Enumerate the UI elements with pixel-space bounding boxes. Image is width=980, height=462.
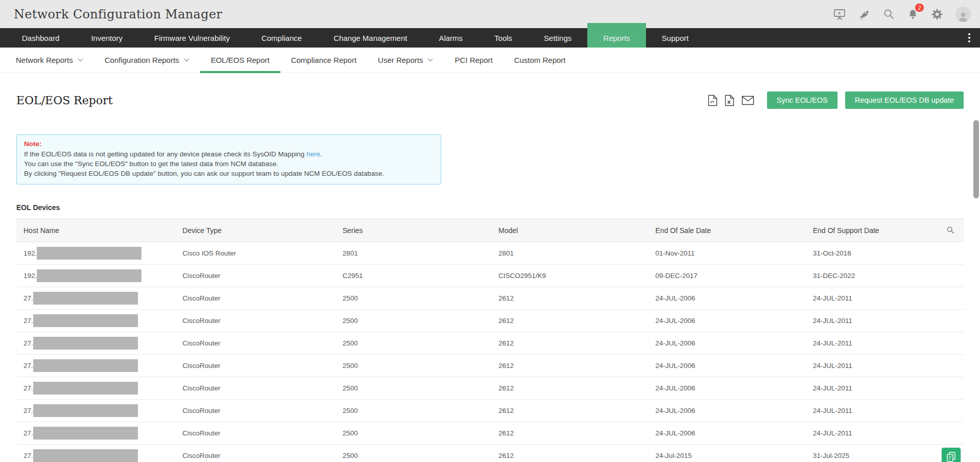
search-icon[interactable] [883,8,895,20]
table-row[interactable]: 27. CiscoRouter 2500 2612 24-JUL-2006 24… [16,377,964,400]
table-row[interactable]: 27. CiscoRouter 2500 2612 24-JUL-2006 24… [16,310,964,332]
model-cell: 2612 [491,377,648,400]
kebab-menu-icon[interactable] [967,32,972,44]
subnav-tab[interactable]: Configuration Reports [94,48,200,73]
bell-icon[interactable]: 2 [907,8,919,20]
excel-export-icon[interactable] [725,95,734,106]
redacted-host-name [33,337,138,350]
nav-tab[interactable]: Firmware Vulnerability [138,28,246,48]
subnav-tab[interactable]: PCI Report [444,48,503,73]
redacted-host-name [33,427,138,440]
table-search-icon[interactable] [946,226,954,234]
table-row[interactable]: 27. CiscoRouter 2500 2612 24-JUL-2006 24… [16,332,964,355]
subnav-tab[interactable]: User Reports [367,48,444,73]
table-row[interactable]: 27. CiscoRouter 2500 2612 24-JUL-2006 24… [16,400,964,422]
nav-tab-label: Support [662,34,689,42]
header-icons: 2 [833,7,971,22]
note-line-1: If the EOL/EOS data is not getting updat… [24,149,434,159]
device-type-cell: CiscoRouter [175,422,335,445]
nav-tab[interactable]: Alarms [423,28,479,48]
end-of-sale-cell: 24-JUL-2006 [648,310,805,332]
avatar[interactable] [955,7,971,22]
nav-tab[interactable]: Inventory [75,28,138,48]
end-of-support-cell: 24-JUL-2011 [806,355,940,377]
host-name-cell: 27. [16,422,175,445]
nav-tab[interactable]: Dashboard [6,28,75,48]
nav-tab-label: Compliance [261,34,302,42]
device-type-cell: CiscoRouter [175,310,335,332]
model-cell: 2612 [491,422,648,445]
nav-tab[interactable]: Change Management [318,28,423,48]
series-cell: 2500 [336,355,491,377]
column-end-of-sale-date: End Of Sale Date [648,219,805,242]
model-cell: 2801 [491,242,648,265]
end-of-sale-cell: 24-JUL-2006 [648,400,805,422]
page-actions: Sync EOL/EOS Request EOL/EOS DB update [708,91,964,109]
subnav-tab[interactable]: Compliance Report [280,48,367,73]
chevron-down-icon [427,58,433,62]
nav-tab-label: Alarms [439,34,463,42]
page-content: EOL/EOS Report [0,91,980,462]
model-cell: 2612 [491,310,648,332]
host-name-cell: 27. [16,287,175,310]
redacted-host-name [33,359,138,372]
model-cell: 2612 [491,355,648,377]
presentation-icon[interactable] [833,8,846,20]
table-row[interactable]: 27. CiscoRouter 2500 2612 24-JUL-2006 24… [16,422,964,445]
rocket-icon[interactable] [858,8,871,20]
nav-tab-label: Inventory [91,34,123,42]
chevron-down-icon [184,58,189,62]
series-cell: 2500 [336,310,491,332]
table-row[interactable]: 192. Cisco IOS Router 2801 2801 01-Nov-2… [16,242,964,265]
model-cell: 2612 [491,400,648,422]
column-series: Series [336,219,491,242]
series-cell: 2500 [336,445,491,462]
vertical-scrollbar-thumb[interactable] [973,120,979,198]
table-row[interactable]: 27. CiscoRouter 2500 2612 24-JUL-2006 24… [16,355,964,377]
nav-tab-label: Tools [494,34,512,42]
host-name-cell: 27. [16,400,175,422]
end-of-support-cell: 24-JUL-2011 [806,287,940,310]
page-title: EOL/EOS Report [16,94,113,107]
email-icon[interactable] [742,96,754,105]
table-header-row: Host Name Device Type Series Model End O… [16,219,964,242]
gear-icon[interactable] [931,8,943,20]
subnav-tab[interactable]: Custom Report [504,48,577,73]
sync-eol-eos-button[interactable]: Sync EOL/EOS [767,91,838,109]
pdf-export-icon[interactable] [708,95,718,106]
subnav-tab[interactable]: Network Reports [5,48,94,73]
table-row[interactable]: 27. CiscoRouter 2500 2612 24-Jul-2015 31… [16,445,964,462]
device-type-cell: CiscoRouter [175,377,335,400]
model-cell: 2612 [491,445,648,462]
subnav-tab-label: User Reports [378,56,423,64]
nav-tab[interactable]: Reports [587,23,646,48]
column-model: Model [491,219,648,242]
end-of-support-cell: 24-JUL-2011 [806,422,940,445]
nav-tab-label: Reports [603,34,630,42]
end-of-support-cell: 24-JUL-2011 [806,400,940,422]
end-of-sale-cell: 24-JUL-2006 [648,355,805,377]
nav-tab-label: Firmware Vulnerability [154,34,230,42]
host-name-cell: 27. [16,355,175,377]
note-line-3: By clicking "Request EOL/EOS DB update" … [24,169,434,178]
subnav-tab[interactable]: EOL/EOS Report [200,48,280,73]
end-of-support-cell: 24-JUL-2011 [806,332,940,355]
nav-tab[interactable]: Tools [479,28,528,48]
support-chat-widget[interactable] [942,448,961,462]
table-row[interactable]: 27. CiscoRouter 2500 2612 24-JUL-2006 24… [16,287,964,310]
nav-tab[interactable]: Support [646,28,705,48]
table-row[interactable]: 192. CiscoRouter C2951 CISCO2951/K9 09-D… [16,265,964,287]
nav-tab[interactable]: Compliance [246,28,318,48]
request-eol-eos-db-update-button[interactable]: Request EOL/EOS DB update [845,91,964,109]
chevron-down-icon [78,58,83,62]
end-of-sale-cell: 24-JUL-2006 [648,377,805,400]
eol-devices-heading: EOL Devices [16,203,964,212]
nav-tab[interactable]: Settings [528,28,587,48]
table-search-cell [940,219,964,242]
app-header: Network Configuration Manager [0,0,980,28]
sysoid-mapping-here-link[interactable]: here [306,150,320,158]
subnav-tab-label: PCI Report [455,56,492,64]
end-of-sale-cell: 09-DEC-2017 [648,265,805,287]
end-of-sale-cell: 24-JUL-2006 [648,332,805,355]
note-box: Note: If the EOL/EOS data is not getting… [16,134,441,184]
